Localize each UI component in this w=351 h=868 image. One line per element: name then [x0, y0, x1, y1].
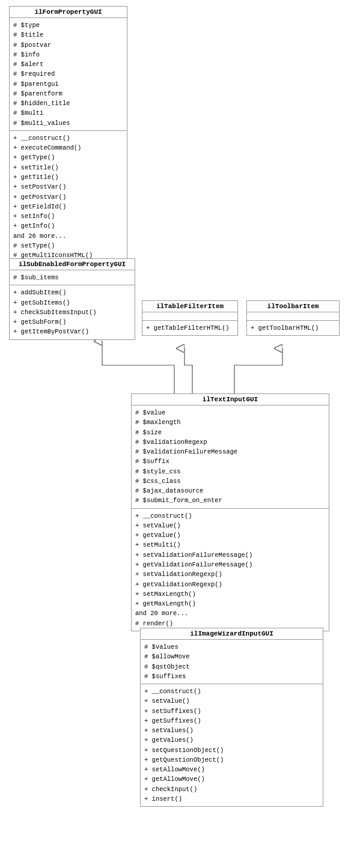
field-item: # $maxlength [135, 417, 325, 427]
method-item: # setType() [13, 241, 123, 250]
uml-diagram: ilFormPropertyGUI # $type # $title # $po… [0, 0, 351, 868]
method-item: + getSubItems() [13, 298, 131, 308]
field-item: # $type [13, 20, 123, 30]
method-item: + setInfo() [13, 211, 123, 221]
field-item: # $parentgui [13, 79, 123, 89]
method-item: + getValidationFailureMessage() [135, 560, 325, 569]
method-item: + insert() [144, 794, 319, 804]
method-item: + setSuffixes() [144, 706, 319, 716]
field-item: # $style_css [135, 467, 325, 476]
field-item: # $required [13, 69, 123, 79]
ilToolbarItem-methods: + getToolbarHTML() [247, 321, 339, 335]
field-item: # $submit_form_on_enter [135, 496, 325, 505]
field-item: # $qstObject [144, 662, 319, 672]
method-item: + __construct() [13, 133, 123, 143]
method-item: + setValidationFailureMessage() [135, 550, 325, 560]
ilToolbarItem-title: ilToolbarItem [247, 301, 339, 312]
ilTextInputGUI-methods: + __construct() + setValue() + getValue(… [132, 509, 329, 631]
ilTextInputGUI-fields: # $value # $maxlength # $size # $validat… [132, 405, 329, 509]
method-item: + setAllowMove() [144, 765, 319, 774]
ilTableFilterItem-box: ilTableFilterItem + getTableFilterHTML() [142, 300, 238, 336]
method-item: + getTitle() [13, 172, 123, 182]
ilTextInputGUI-box: ilTextInputGUI # $value # $maxlength # $… [131, 393, 329, 631]
method-item: + setValue() [135, 521, 325, 530]
method-item: + __construct() [144, 687, 319, 696]
field-item: # $multi_values [13, 118, 123, 128]
ilImageWizardInputGUI-methods: + __construct() + setValue() + setSuffix… [141, 684, 323, 806]
method-item: + getValue() [135, 530, 325, 540]
method-item: + getPostVar() [13, 192, 123, 202]
method-item: + getSuffixes() [144, 716, 319, 726]
method-item: + setPostVar() [13, 182, 123, 192]
method-item: + setValues() [144, 726, 319, 735]
field-item: # $size [135, 428, 325, 437]
ilTableFilterItem-methods: + getTableFilterHTML() [142, 321, 237, 335]
field-item: # $ajax_datasource [135, 486, 325, 496]
method-item: + getValues() [144, 735, 319, 745]
method-item: + getToolbarHTML() [251, 323, 335, 333]
method-item: + getQuestionObject() [144, 755, 319, 765]
field-item: # $suffix [135, 457, 325, 466]
method-item: and 20 more... [135, 609, 325, 618]
method-item: and 26 more... [13, 231, 123, 241]
field-item: # $alert [13, 59, 123, 69]
method-item: # render() [135, 619, 325, 628]
ilTextInputGUI-title: ilTextInputGUI [132, 394, 329, 405]
method-item: + getValidationRegexp() [135, 580, 325, 589]
ilSubEnabledFormPropertyGUI-box: ilSubEnabledFormPropertyGUI # $sub_items… [9, 258, 135, 340]
field-item: # $allowMove [144, 652, 319, 661]
ilFormPropertyGUI-box: ilFormPropertyGUI # $type # $title # $po… [9, 6, 127, 263]
ilSubEnabledFormPropertyGUI-title: ilSubEnabledFormPropertyGUI [10, 259, 135, 270]
method-item: + getType() [13, 153, 123, 162]
method-item: + getSubForm() [13, 317, 131, 327]
method-item: + getFieldId() [13, 202, 123, 211]
method-item: + getInfo() [13, 221, 123, 231]
method-item: + __construct() [135, 511, 325, 521]
method-item: + setValidationRegexp() [135, 569, 325, 579]
ilSubEnabledFormPropertyGUI-fields: # $sub_items [10, 270, 135, 285]
field-item: # $sub_items [13, 273, 131, 282]
field-item: # $postvar [13, 40, 123, 50]
field-item: # $validationFailureMessage [135, 447, 325, 457]
method-item: + checkSubItemsInput() [13, 308, 131, 317]
field-item: # $validationRegexp [135, 437, 325, 447]
field-item: # $hidden_title [13, 99, 123, 108]
ilFormPropertyGUI-fields: # $type # $title # $postvar # $info # $a… [10, 18, 127, 131]
field-item: # $parentform [13, 89, 123, 99]
method-item: + setMulti() [135, 540, 325, 550]
ilFormPropertyGUI-methods: + __construct() + executeCommand() + get… [10, 131, 127, 263]
method-item: + checkInput() [144, 785, 319, 794]
ilImageWizardInputGUI-title: ilImageWizardInputGUI [141, 628, 323, 640]
method-item: + getItemByPostVar() [13, 327, 131, 336]
method-item: + executeCommand() [13, 143, 123, 153]
ilTableFilterItem-fields [142, 312, 237, 321]
field-item: # $suffixes [144, 672, 319, 681]
ilToolbarItem-fields [247, 312, 339, 321]
method-item: + addSubItem() [13, 288, 131, 297]
method-item: + getAllowMove() [144, 774, 319, 784]
field-item: # $multi [13, 108, 123, 118]
field-item: # $css_class [135, 476, 325, 486]
ilImageWizardInputGUI-box: ilImageWizardInputGUI # $values # $allow… [140, 628, 323, 807]
ilImageWizardInputGUI-fields: # $values # $allowMove # $qstObject # $s… [141, 640, 323, 684]
method-item: + setValue() [144, 696, 319, 706]
method-item: + setTitle() [13, 163, 123, 172]
field-item: # $title [13, 30, 123, 40]
method-item: + setQuestionObject() [144, 745, 319, 755]
ilFormPropertyGUI-title: ilFormPropertyGUI [10, 7, 127, 18]
method-item: + getTableFilterHTML() [146, 323, 234, 333]
method-item: + getMaxLength() [135, 599, 325, 609]
field-item: # $info [13, 50, 123, 59]
field-item: # $value [135, 408, 325, 417]
ilToolbarItem-box: ilToolbarItem + getToolbarHTML() [246, 300, 340, 336]
method-item: + setMaxLength() [135, 589, 325, 599]
ilSubEnabledFormPropertyGUI-methods: + addSubItem() + getSubItems() + checkSu… [10, 285, 135, 339]
field-item: # $values [144, 642, 319, 652]
ilTableFilterItem-title: ilTableFilterItem [142, 301, 237, 312]
